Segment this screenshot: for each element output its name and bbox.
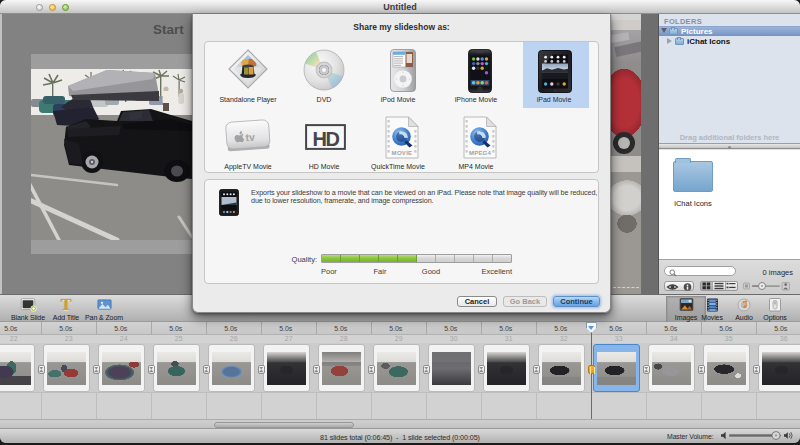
svg-text:MOVIE: MOVIE bbox=[392, 150, 413, 156]
svg-text:tv: tv bbox=[245, 131, 255, 144]
svg-text:MPEG4: MPEG4 bbox=[469, 150, 491, 156]
svg-text:HD: HD bbox=[313, 128, 340, 150]
